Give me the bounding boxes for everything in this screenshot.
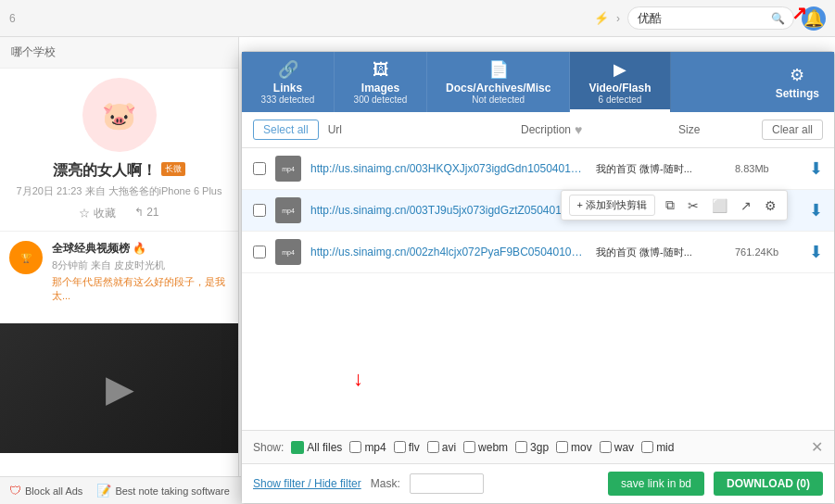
mov-checkbox[interactable] xyxy=(556,441,568,453)
mov-checkbox-label[interactable]: mov xyxy=(556,441,592,454)
video-thumbnail[interactable]: ▶ xyxy=(0,323,239,453)
url-column-header: Url xyxy=(328,123,512,136)
sidebar-school-label: 哪个学校 xyxy=(11,45,56,58)
close-filter-icon[interactable]: ✕ xyxy=(811,438,823,456)
table-row: mp4 http://us.sinaimg.cn/003TJ9u5jx073ig… xyxy=(242,190,834,232)
video-subtitle: 8分钟前 来自 皮皮时光机 xyxy=(52,258,229,272)
row1-checkbox[interactable] xyxy=(253,162,266,175)
select-all-button[interactable]: Select all xyxy=(253,120,319,140)
clear-all-button[interactable]: Clear all xyxy=(762,120,823,140)
copy-icon[interactable]: ⧉ xyxy=(663,195,677,216)
note-software-label: Best note taking software xyxy=(115,485,230,497)
avi-checkbox[interactable] xyxy=(427,441,439,453)
config-icon[interactable]: ⚙ xyxy=(762,195,779,216)
mov-label: mov xyxy=(571,441,592,454)
context-menu: + 添加到快剪辑 ⧉ ✂ ⬜ ↗ ⚙ xyxy=(561,190,788,220)
mask-input[interactable] xyxy=(410,473,484,494)
links-icon: 🔗 xyxy=(278,59,298,80)
scissors-icon[interactable]: ✂ xyxy=(685,195,702,216)
edit-icon[interactable]: ⬜ xyxy=(709,195,730,216)
images-label: Images xyxy=(361,82,399,94)
video-avatar: 🏆 xyxy=(9,241,43,274)
webm-checkbox[interactable] xyxy=(463,441,475,453)
row3-file-icon: mp4 xyxy=(275,239,301,265)
size-column-header: Size xyxy=(678,123,753,136)
table-row: mp4 http://us.sinaimg.cn/003HKQXJjx073ig… xyxy=(242,148,834,190)
row1-url[interactable]: http://us.sinaimg.cn/003HKQXJjx073igdGdn… xyxy=(310,162,587,175)
tab-links[interactable]: 🔗 Links 333 detected xyxy=(242,52,335,112)
avi-label: avi xyxy=(442,441,456,454)
all-files-checkbox-label[interactable]: All files xyxy=(291,441,342,454)
wav-checkbox[interactable] xyxy=(600,441,612,453)
forward-btn[interactable]: ↰ 21 xyxy=(134,206,159,221)
shield-icon: 🛡 xyxy=(9,484,21,498)
tab-video[interactable]: ▶ Video/Flash 6 detected xyxy=(570,52,670,112)
links-label: Links xyxy=(273,82,302,94)
collect-btn[interactable]: ☆ 收藏 xyxy=(79,206,115,221)
address-input[interactable] xyxy=(627,6,794,30)
block-ads-label: Block all Ads xyxy=(25,485,82,497)
mid-checkbox[interactable] xyxy=(641,441,653,453)
show-filter-link[interactable]: Show filter / Hide filter xyxy=(253,477,361,490)
flv-checkbox-label[interactable]: flv xyxy=(394,441,420,454)
video-label: Video/Flash xyxy=(588,82,651,94)
flv-checkbox[interactable] xyxy=(394,441,406,453)
nav-separator: › xyxy=(616,12,620,25)
download-panel: 🔗 Links 333 detected 🖼 Images 300 detect… xyxy=(241,51,835,504)
docs-icon: 📄 xyxy=(488,59,509,80)
images-count: 300 detected xyxy=(354,94,408,105)
add-to-clip-btn[interactable]: + 添加到快剪辑 xyxy=(569,195,655,216)
file-list: mp4 http://us.sinaimg.cn/003HKQXJjx073ig… xyxy=(242,148,834,430)
mid-label: mid xyxy=(656,441,674,454)
video-content: 全球经典视频榜 🔥 8分钟前 来自 皮皮时光机 那个年代居然就有这么好的段子，是… xyxy=(52,241,229,303)
wav-checkbox-label[interactable]: wav xyxy=(600,441,634,454)
download-button[interactable]: DOWNLOAD (0) xyxy=(714,472,823,496)
row2-checkbox[interactable] xyxy=(253,204,266,217)
bottom-filter-bar: Show: All files mp4 flv avi xyxy=(242,430,834,463)
table-row: mp4 http://us.sinaimg.cn/002zh4lcjx072Py… xyxy=(242,232,834,273)
note-software-item[interactable]: 📝 Best note taking software xyxy=(96,484,230,498)
browser-tab-label: 6 xyxy=(9,12,16,25)
row1-desc: 我的首页 微博-随时... xyxy=(596,162,726,176)
webm-label: webm xyxy=(478,441,508,454)
sidebar: 哪个学校 🐷 漂亮的女人啊！ 长微 7月20日 21:23 来自 大拖爸爸的iP… xyxy=(0,37,239,504)
avi-checkbox-label[interactable]: avi xyxy=(427,441,456,454)
filter-bar: Select all Url Decription ♥ Size Clear a… xyxy=(242,112,834,148)
row2-download-icon[interactable]: ⬇ xyxy=(809,200,823,220)
block-ads-item[interactable]: 🛡 Block all Ads xyxy=(9,484,82,498)
settings-label: Settings xyxy=(776,87,819,100)
row3-url[interactable]: http://us.sinaimg.cn/002zh4lcjx072PyaF9B… xyxy=(310,246,587,258)
address-wrapper: 🔍 xyxy=(627,6,794,30)
mask-label: Mask: xyxy=(371,477,400,490)
video-item[interactable]: 🏆 全球经典视频榜 🔥 8分钟前 来自 皮皮时光机 那个年代居然就有这么好的段子… xyxy=(0,231,238,312)
post-actions: ☆ 收藏 ↰ 21 xyxy=(79,206,158,221)
red-arrow-indicator: ↗ xyxy=(791,2,807,24)
row3-download-icon[interactable]: ⬇ xyxy=(809,242,823,262)
row1-file-icon: mp4 xyxy=(275,156,301,182)
row3-checkbox[interactable] xyxy=(253,246,266,258)
3gp-label: 3gp xyxy=(530,441,549,454)
row1-download-icon[interactable]: ⬇ xyxy=(809,158,823,179)
mp4-checkbox-label[interactable]: mp4 xyxy=(349,441,386,454)
images-icon: 🖼 xyxy=(373,60,389,80)
mp4-checkbox[interactable] xyxy=(349,441,361,453)
save-link-button[interactable]: save link in bd xyxy=(608,472,704,496)
post-time: 7月20日 21:23 来自 大拖爸爸的iPhone 6 Plus xyxy=(17,184,222,198)
video-title: 全球经典视频榜 🔥 xyxy=(52,241,229,257)
links-count: 333 detected xyxy=(261,94,315,105)
share-icon[interactable]: ↗ xyxy=(738,195,754,216)
tab-settings[interactable]: ⚙ Settings xyxy=(761,52,834,112)
desc-column-header: Decription ♥ xyxy=(521,122,669,137)
browser-background: 6 ⚡ › 🔍 🔔 ↗ 哪个学校 🐷 漂亮的女人啊！ 长微 7月20日 21:2… xyxy=(0,0,835,504)
row2-file-icon: mp4 xyxy=(275,197,301,223)
mid-checkbox-label[interactable]: mid xyxy=(641,441,674,454)
webm-checkbox-label[interactable]: webm xyxy=(463,441,508,454)
nav-forward-icon[interactable]: ⚡ xyxy=(594,11,609,25)
heart-icon: ♥ xyxy=(575,122,582,137)
tab-images[interactable]: 🖼 Images 300 detected xyxy=(335,52,427,112)
3gp-checkbox[interactable] xyxy=(515,441,527,453)
row3-size: 761.24Kb xyxy=(735,246,800,258)
3gp-checkbox-label[interactable]: 3gp xyxy=(515,441,549,454)
tab-docs[interactable]: 📄 Docs/Archives/Misc Not detected xyxy=(427,52,570,112)
post-illustration: 🐷 xyxy=(82,78,157,152)
